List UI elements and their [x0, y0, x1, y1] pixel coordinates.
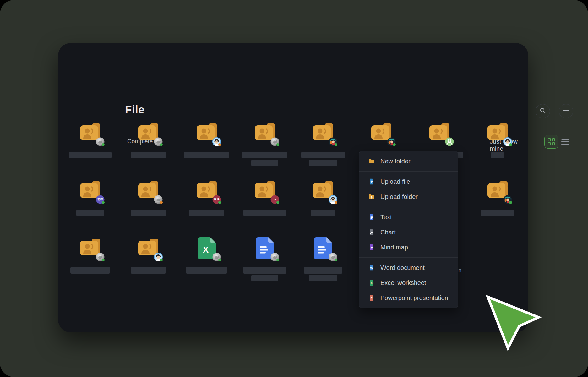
menu-group: Text Chart Mind map — [359, 207, 458, 257]
menu-item-label: Upload folder — [380, 193, 418, 200]
add-button[interactable] — [559, 104, 573, 118]
status-dot-green — [102, 259, 105, 261]
name-placeholder-bar — [481, 210, 514, 216]
menu-item-powerpoint-presentation[interactable]: PPowerpoint presentation — [359, 290, 458, 305]
svg-text:P: P — [371, 296, 373, 300]
svg-text:X: X — [371, 281, 373, 285]
create-context-menu: New folder Upload file Upload folder Tex… — [359, 151, 458, 308]
menu-item-excel-worksheet[interactable]: XExcel worksheet — [359, 275, 458, 290]
svg-text:X: X — [203, 245, 209, 254]
status-dot-green — [509, 201, 512, 204]
grid-view-icon — [548, 138, 555, 145]
partially-hidden-label: n — [458, 267, 462, 274]
menu-item-new-folder[interactable]: New folder — [359, 154, 458, 169]
name-placeholder-bar — [70, 267, 110, 274]
menu-group: Upload file Upload folder — [359, 171, 458, 207]
word-file-icon: W — [368, 264, 375, 271]
status-dot-green — [276, 143, 279, 146]
name-placeholder-bar — [189, 210, 224, 216]
name-placeholder-bar — [243, 267, 286, 274]
status-dot-green — [276, 259, 279, 261]
menu-item-text[interactable]: Text — [359, 210, 458, 225]
list-view-button[interactable] — [561, 138, 569, 146]
name-placeholder-bar — [251, 160, 278, 166]
name-placeholder-bar — [491, 152, 504, 158]
name-placeholder-bar — [243, 210, 286, 216]
page-title: File — [125, 103, 144, 116]
screen: File Complete file Just show mine — [0, 0, 588, 377]
folder-icon — [368, 158, 375, 165]
excel-file-icon: X — [368, 279, 375, 286]
menu-item-chart[interactable]: Chart — [359, 225, 458, 240]
status-dot-green — [393, 143, 396, 146]
menu-item-word-document[interactable]: WWord document — [359, 260, 458, 275]
grid-view-button[interactable] — [544, 135, 558, 149]
name-placeholder-bar — [69, 152, 112, 158]
menu-item-label: Word document — [380, 264, 425, 271]
menu-item-label: Powerpoint presentation — [380, 294, 448, 302]
name-placeholder-bar — [131, 152, 166, 158]
menu-item-label: Chart — [380, 229, 396, 236]
name-placeholder-bar — [311, 210, 335, 216]
name-placeholder-bar — [76, 210, 104, 216]
ppt-file-icon: P — [368, 294, 375, 301]
status-dot-green — [218, 201, 221, 204]
menu-item-label: New folder — [380, 158, 411, 165]
plus-icon — [563, 107, 569, 115]
chart-file-icon — [368, 229, 375, 236]
name-placeholder-bar — [131, 210, 166, 216]
name-placeholder-bar — [131, 267, 166, 274]
search-icon — [539, 107, 546, 115]
status-dot-orange — [218, 143, 221, 146]
menu-item-label: Upload file — [380, 178, 410, 185]
name-placeholder-bar — [309, 160, 337, 166]
status-dot-green — [218, 259, 221, 261]
menu-group: New folder — [359, 151, 458, 171]
menu-item-upload-folder[interactable]: Upload folder — [359, 189, 458, 204]
status-dot-green — [276, 201, 279, 204]
search-button[interactable] — [536, 104, 550, 118]
name-placeholder-bar — [251, 275, 278, 281]
menu-group: WWord document XExcel worksheet PPowerpo… — [359, 257, 458, 308]
mind-map-icon — [368, 244, 375, 251]
name-placeholder-bar — [184, 152, 229, 158]
upload-file-icon — [368, 178, 375, 185]
status-dot-green — [102, 201, 105, 204]
member-avatar-green-person — [445, 137, 454, 146]
name-placeholder-bar — [186, 267, 227, 274]
name-placeholder-bar — [242, 152, 287, 158]
name-placeholder-bar — [309, 275, 337, 281]
menu-item-label: Excel worksheet — [380, 279, 426, 287]
upload-folder-icon — [368, 193, 375, 200]
name-placeholder-bar — [304, 267, 342, 274]
svg-text:W: W — [370, 266, 373, 270]
menu-item-label: Mind map — [380, 244, 408, 251]
status-dot-orange — [335, 201, 337, 204]
menu-item-mind-map[interactable]: Mind map — [359, 240, 458, 255]
status-dot-green — [102, 143, 105, 146]
menu-item-upload-file[interactable]: Upload file — [359, 174, 458, 189]
status-dot-orange — [160, 201, 163, 204]
menu-item-label: Text — [380, 214, 392, 221]
name-placeholder-bar — [301, 152, 345, 158]
text-file-icon — [368, 214, 375, 221]
